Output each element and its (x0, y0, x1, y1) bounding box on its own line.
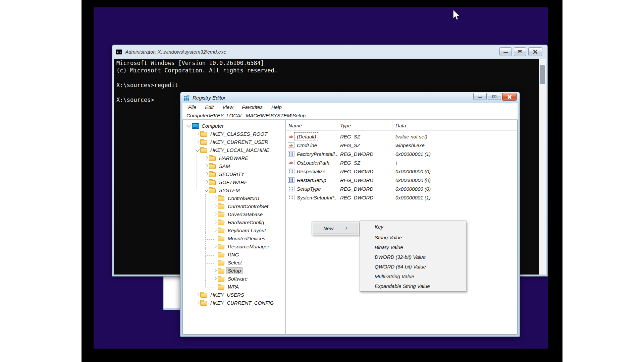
value-row-systemsetupinp[interactable]: 011110SystemSetupInP...REG_DWORD0x000000… (286, 193, 517, 202)
tree-expander-icon[interactable] (212, 212, 218, 217)
tree-item-select[interactable]: Select (183, 258, 285, 266)
folder-icon (218, 213, 224, 217)
tree-expander-icon[interactable] (212, 195, 218, 201)
menubar-item-help[interactable]: Help (267, 104, 286, 110)
submenu-item-binary-value[interactable]: Binary Value (360, 242, 466, 252)
tree-item-setup[interactable]: Setup (183, 266, 285, 275)
tree-connector (212, 236, 218, 241)
cmd-scrollbar-thumb[interactable] (540, 65, 545, 84)
tree-expander-icon[interactable] (195, 147, 200, 153)
tree-item-label: WPA (226, 284, 240, 290)
tree-item-label: Setup (226, 267, 242, 274)
tree-expander-icon[interactable] (195, 300, 200, 305)
tree-expander-icon[interactable] (195, 292, 200, 297)
tree-expander-icon[interactable] (195, 139, 200, 144)
cmd-maximize-button[interactable] (514, 47, 526, 56)
submenu-item-dword-32-bit-value[interactable]: DWORD (32-bit) Value (360, 252, 466, 262)
tree-item-hkey-classes-root[interactable]: HKEY_CLASSES_ROOT (183, 130, 285, 138)
tree-expander-icon[interactable] (204, 171, 209, 177)
value-row-restartsetup[interactable]: 011110RestartSetupREG_DWORD0x00000000 (0… (286, 176, 517, 184)
tree-item-resourcemanager[interactable]: ResourceManager (183, 242, 285, 250)
registry-tree-pane[interactable]: ComputerHKEY_CLASSES_ROOTHKEY_CURRENT_US… (183, 120, 285, 334)
value-row-respecialize[interactable]: 011110RespecializeREG_DWORD0x00000000 (0… (286, 167, 517, 176)
regedit-titlebar[interactable]: Registry Editor (180, 92, 520, 103)
value-name: OsLoaderPath (294, 159, 332, 166)
tree-item-keyboard-layout[interactable]: Keyboard Layout (183, 226, 285, 234)
folder-icon (209, 180, 216, 185)
tree-item-currentcontrolset[interactable]: CurrentControlSet (183, 202, 285, 210)
menubar-item-edit[interactable]: Edit (201, 104, 218, 110)
value-row-default[interactable]: ab(Default)REG_SZ(value not set) (286, 132, 517, 141)
submenu-item-multi-string-value[interactable]: Multi-String Value (360, 272, 466, 281)
submenu-item-key[interactable]: Key (360, 222, 466, 232)
value-type: REG_SZ (340, 132, 360, 141)
tree-connector (212, 284, 218, 289)
tree-item-mounteddevices[interactable]: MountedDevices (183, 234, 285, 242)
submenu-item-qword-64-bit-value[interactable]: QWORD (64-bit) Value (360, 262, 466, 272)
tree-item-wpa[interactable]: WPA (183, 283, 285, 291)
tree-expander-icon[interactable] (204, 155, 209, 161)
value-row-setuptype[interactable]: 011110SetupTypeREG_DWORD0x00000000 (0) (286, 184, 517, 193)
tree-item-sam[interactable]: SAM (183, 162, 285, 170)
column-resize-handle[interactable] (337, 121, 337, 129)
context-menu-new: New (312, 222, 359, 235)
folder-icon (200, 301, 207, 306)
tree-item-driverdatabase[interactable]: DriverDatabase (183, 210, 285, 218)
dword-value-icon: 011110 (288, 169, 294, 174)
menubar-item-favorites[interactable]: Favorites (237, 104, 267, 110)
column-resize-handle[interactable] (392, 121, 392, 129)
tree-item-computer[interactable]: Computer (183, 122, 285, 130)
regedit-maximize-button[interactable] (488, 93, 501, 100)
regedit-window-title: Registry Editor (193, 95, 225, 101)
tree-item-hkey-current-config[interactable]: HKEY_CURRENT_CONFIG (183, 299, 285, 307)
column-header-name[interactable]: Name (288, 120, 302, 131)
value-data: (value not set) (395, 132, 427, 141)
tree-expander-icon[interactable] (212, 203, 218, 209)
menubar-item-view[interactable]: View (218, 104, 237, 110)
tree-expander-icon[interactable] (204, 187, 209, 193)
submenu-item-expandable-string-value[interactable]: Expandable String Value (360, 281, 466, 291)
tree-expander-icon[interactable] (212, 220, 218, 225)
tree-expander-icon[interactable] (204, 163, 209, 169)
folder-icon (218, 237, 224, 241)
tree-item-controlset001[interactable]: ControlSet001 (183, 194, 285, 202)
tree-expander-icon[interactable] (195, 131, 200, 136)
tree-item-hkey-users[interactable]: HKEY_USERS (183, 291, 285, 299)
tree-item-hkey-local-machine[interactable]: HKEY_LOCAL_MACHINE (183, 146, 285, 154)
tree-item-hardwareconfig[interactable]: HardwareConfig (183, 218, 285, 226)
console-line: X:\sources>regedit (116, 81, 537, 89)
regedit-close-button[interactable] (502, 93, 517, 101)
tree-item-label: ControlSet001 (226, 195, 261, 201)
value-row-osloaderpath[interactable]: abOsLoaderPathREG_SZ\ (286, 158, 517, 167)
cmd-titlebar[interactable]: C:\ Administrator: X:\windows\system32\c… (112, 45, 547, 59)
cmd-close-button[interactable] (528, 47, 542, 56)
value-name: (Default) (294, 133, 319, 140)
column-header-data[interactable]: Data (395, 120, 406, 131)
cmd-scrollbar[interactable] (539, 59, 546, 275)
tree-expander-icon[interactable] (212, 268, 218, 273)
tree-item-rng[interactable]: RNG (183, 250, 285, 258)
tree-expander-icon[interactable] (204, 179, 209, 185)
column-header-type[interactable]: Type (340, 120, 351, 131)
string-value-icon: ab (288, 142, 294, 148)
console-line (116, 74, 537, 81)
minimize-icon (478, 97, 482, 98)
context-menu-item-new[interactable]: New (313, 223, 358, 234)
menubar-item-file[interactable]: File (184, 104, 201, 110)
tree-item-hkey-current-user[interactable]: HKEY_CURRENT_USER (183, 138, 285, 146)
tree-item-software[interactable]: SOFTWARE (183, 178, 285, 186)
value-name: SetupType (294, 185, 323, 192)
dword-value-icon: 011110 (288, 195, 294, 200)
tree-item-security[interactable]: SECURITY (183, 170, 285, 178)
tree-item-software[interactable]: Software (183, 275, 285, 283)
cmd-minimize-button[interactable] (499, 47, 512, 56)
regedit-minimize-button[interactable] (473, 93, 487, 100)
value-row-cmdline[interactable]: abCmdLineREG_SZwinpeshl.exe (286, 141, 517, 149)
value-data: 0x00000000 (0) (395, 176, 431, 184)
regedit-address-bar[interactable]: Computer\HKEY_LOCAL_MACHINE\SYSTEM\Setup (182, 111, 518, 120)
tree-expander-icon[interactable] (186, 123, 192, 128)
submenu-item-string-value[interactable]: String Value (360, 233, 466, 242)
tree-item-system[interactable]: SYSTEM (183, 186, 285, 194)
tree-item-hardware[interactable]: HARDWARE (183, 154, 285, 162)
value-row-factorypreinstall[interactable]: 011110FactoryPreInstall...REG_DWORD0x000… (286, 149, 517, 158)
